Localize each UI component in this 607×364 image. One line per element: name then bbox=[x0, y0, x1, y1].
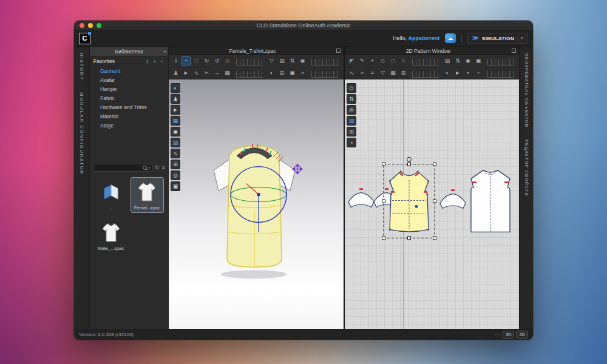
tool-sewing[interactable]: ∿ bbox=[192, 69, 201, 78]
toggle-avatar-icon[interactable]: ♟ bbox=[171, 94, 180, 104]
toggle-grid-2d-icon[interactable]: ⊞ bbox=[347, 127, 356, 136]
toggle-fabric-icon[interactable]: ▨ bbox=[171, 138, 180, 147]
file-female-tshirt-zpac[interactable]: Femal...zpac bbox=[131, 178, 164, 212]
toggle-grainline-icon[interactable]: ⇅ bbox=[347, 94, 356, 104]
tool-colorway[interactable]: ◐ bbox=[443, 69, 452, 78]
library-item-stage[interactable]: Stage bbox=[100, 121, 168, 130]
tool-texture[interactable]: ▦ bbox=[388, 69, 398, 78]
library-item-hardware-and-trims[interactable]: Hardware and Trims bbox=[100, 103, 168, 112]
library-item-avatar[interactable]: Avatar bbox=[100, 75, 168, 84]
add-folder-icon[interactable]: + bbox=[152, 59, 157, 64]
tool-circle[interactable]: ○ bbox=[399, 56, 408, 66]
tool-grid[interactable]: ⊞ bbox=[277, 69, 287, 78]
toggle-mesh-icon[interactable]: ▦ bbox=[171, 116, 180, 126]
close-button[interactable] bbox=[80, 23, 84, 28]
toggle-world-icon[interactable]: ◎ bbox=[171, 170, 180, 180]
zoom-button[interactable] bbox=[97, 23, 101, 28]
view-3d-button[interactable]: 3D bbox=[503, 331, 515, 339]
tool-fold[interactable]: ▤ bbox=[277, 56, 287, 66]
tool-rectangle[interactable]: □ bbox=[388, 56, 398, 66]
tab-2d-window[interactable]: 2D Pattern Window bbox=[345, 48, 512, 54]
panel-layout-icon[interactable]: ▫ bbox=[495, 332, 497, 337]
tool-sync[interactable]: ► bbox=[453, 69, 463, 78]
tool-wind[interactable]: ≈ bbox=[298, 69, 307, 78]
library-item-fabric[interactable]: Fabric bbox=[100, 93, 168, 103]
toggle-arrangement-icon[interactable]: ► bbox=[171, 105, 180, 115]
popout-icon[interactable] bbox=[336, 49, 341, 53]
tshirt-thumbnail-icon bbox=[137, 181, 157, 203]
toggle-pin-icon[interactable]: ◉ bbox=[171, 127, 180, 136]
fullscreen-icon[interactable]: ▫ bbox=[498, 332, 500, 337]
tool-flatten[interactable]: ▦ bbox=[223, 69, 232, 78]
search-filter-caret-icon[interactable]: ▾ bbox=[148, 166, 150, 170]
tool-measure[interactable]: ↔ bbox=[212, 69, 222, 78]
tool-layer[interactable]: ▣ bbox=[288, 69, 297, 78]
toggle-pattern-outline-icon[interactable]: ◇ bbox=[347, 83, 356, 93]
tool-simulate[interactable]: ⇓ bbox=[171, 56, 180, 66]
toggle-stitch-icon[interactable]: ∿ bbox=[171, 149, 180, 158]
cloud-sync-button[interactable]: ☁ bbox=[445, 33, 456, 43]
library-search-input[interactable]: ▾ bbox=[93, 164, 152, 172]
tool-transform-pattern[interactable]: ◤ bbox=[347, 56, 356, 66]
tool-add-point[interactable]: + bbox=[368, 56, 377, 66]
toggle-layer-icon[interactable]: ▣ bbox=[171, 181, 180, 191]
tool-select-move[interactable]: + bbox=[181, 56, 191, 66]
titlebar[interactable]: CLO Standalone OnlineAuth Academic bbox=[74, 21, 533, 30]
library-item-hanger[interactable]: Hanger bbox=[100, 84, 168, 93]
library-item-garment[interactable]: Garment bbox=[100, 66, 168, 75]
view-mode-icon[interactable]: ≡ bbox=[162, 165, 165, 170]
tool-trace[interactable]: ⇅ bbox=[453, 56, 463, 66]
simulation-button[interactable]: ≫ SIMULATION ▾ bbox=[467, 33, 528, 44]
tool-pleat[interactable]: ▽ bbox=[378, 69, 387, 78]
add-to-library-icon[interactable]: ⇓ bbox=[144, 59, 150, 64]
tshirt-thumbnail-icon bbox=[101, 221, 121, 243]
tool-edit-pattern[interactable]: ✎ bbox=[358, 56, 367, 66]
clo-logo-letter: C bbox=[83, 35, 87, 42]
tool-gizmo[interactable]: ◇ bbox=[223, 56, 232, 66]
tool-render[interactable]: ◐ bbox=[267, 69, 276, 78]
username-link[interactable]: Appstorrent bbox=[409, 35, 440, 41]
tool-seam-list[interactable]: ≡ bbox=[368, 69, 377, 78]
tab-3d-window[interactable]: Female_T-shirt.zpac bbox=[169, 48, 336, 54]
pin-icon[interactable]: ◂ bbox=[163, 49, 166, 54]
toggle-texture-2d-icon[interactable]: ▨ bbox=[347, 116, 356, 126]
refresh-icon[interactable]: ↻ bbox=[155, 165, 160, 170]
tool-scissors[interactable]: ✂ bbox=[202, 69, 211, 78]
toggle-scene-light-icon[interactable]: ◐ bbox=[171, 83, 180, 93]
tool-reset-view[interactable]: ↺ bbox=[212, 56, 222, 66]
tool-avatar-pose[interactable]: ♟ bbox=[171, 69, 180, 78]
tool-annotation[interactable]: ▫ bbox=[474, 69, 483, 78]
3d-viewport[interactable]: ◐♟►▦◉▨∿⊞◎▣ bbox=[169, 79, 344, 329]
file-male-tshirt-zpac[interactable]: Male_...zpac bbox=[95, 218, 127, 253]
toggle-lock-2d-icon[interactable]: ▪ bbox=[347, 138, 356, 147]
collapse-all-icon[interactable]: − bbox=[159, 59, 164, 64]
tab-object-browser[interactable]: ОБОЗРЕВАТЕЛЬ ОБЪЕКТОВ bbox=[524, 47, 529, 133]
tool-notch[interactable]: ◉ bbox=[464, 56, 473, 66]
tool-free-sew[interactable]: ≈ bbox=[358, 69, 367, 78]
view-2d-button[interactable]: 2D bbox=[516, 331, 528, 339]
popout-icon[interactable] bbox=[512, 49, 516, 53]
tab-history[interactable]: HISTORY bbox=[79, 47, 84, 86]
tool-pin[interactable]: ▽ bbox=[267, 56, 276, 66]
toggle-grid-icon[interactable]: ⊞ bbox=[171, 160, 180, 169]
2d-viewport[interactable]: ◇⇅◎▨⊞▪ bbox=[345, 79, 519, 329]
library-item-favorites[interactable]: Favorites bbox=[93, 58, 115, 64]
library-item-material[interactable]: Material bbox=[100, 112, 168, 121]
tool-focus[interactable]: ◉ bbox=[298, 56, 307, 66]
tool-marquee-select[interactable]: □ bbox=[192, 56, 201, 66]
tool-rotate-view[interactable]: ↻ bbox=[202, 56, 211, 66]
tool-play[interactable]: ► bbox=[181, 69, 191, 78]
tab-modular-configurator[interactable]: MODULAR CONFIGURATOR bbox=[79, 86, 84, 180]
tool-polygon[interactable]: ◇ bbox=[378, 56, 387, 66]
toggle-annotation-icon[interactable]: ◎ bbox=[347, 105, 356, 115]
tool-print-layout[interactable]: ▪ bbox=[464, 69, 473, 78]
tool-segment-sew[interactable]: ∿ bbox=[347, 69, 356, 78]
cloud-icon: ☁ bbox=[448, 36, 453, 41]
tool-baseline[interactable]: ▣ bbox=[474, 56, 483, 66]
tool-grading[interactable]: ⊞ bbox=[399, 69, 408, 78]
file-parent-folder[interactable]: .. bbox=[95, 178, 127, 212]
minimize-button[interactable] bbox=[88, 23, 93, 28]
tab-property-editor[interactable]: РЕДАКТОР СВОЙСТВ bbox=[524, 133, 529, 201]
tool-dart[interactable]: ▤ bbox=[443, 56, 452, 66]
tool-move-updown[interactable]: ⇅ bbox=[288, 56, 297, 66]
